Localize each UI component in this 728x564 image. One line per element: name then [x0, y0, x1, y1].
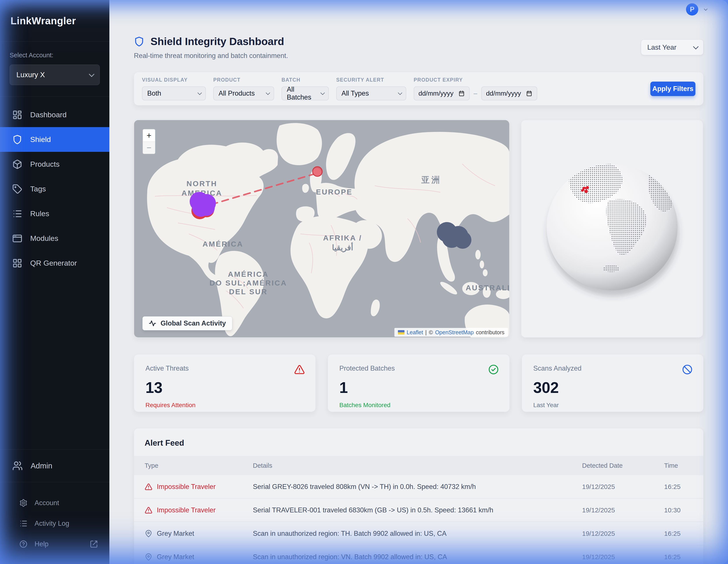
stat-value: 13: [145, 379, 304, 396]
sidebar-item-qr-generator[interactable]: QR Generator: [0, 251, 109, 275]
security-alert-select[interactable]: All Types: [336, 86, 406, 100]
stat-subtext: Last Year: [533, 402, 692, 409]
alert-table-header: Type Details Detected Date Time: [134, 456, 703, 475]
sidebar-item-help[interactable]: Help: [19, 534, 98, 554]
account-select[interactable]: Luxury X: [10, 65, 100, 85]
select-value: All Products: [219, 89, 255, 97]
expiry-from-input[interactable]: dd/mm/yyyy: [414, 86, 470, 100]
sidebar-spacer: [0, 275, 109, 449]
alert-date: 19/12/2025: [582, 506, 664, 514]
sidebar-item-modules[interactable]: Modules: [0, 226, 109, 251]
warning-icon: [294, 364, 305, 375]
sidebar-item-activity-log[interactable]: Activity Log: [19, 513, 98, 534]
shield-icon: [12, 135, 22, 145]
batch-select[interactable]: All Batches: [282, 86, 329, 100]
sidebar-item-label: Rules: [30, 209, 49, 218]
stat-subtext: Batches Monitored: [339, 402, 498, 409]
external-link-icon: [90, 540, 98, 548]
map-pin-icon: [145, 553, 152, 561]
alert-date: 19/12/2025: [582, 483, 664, 490]
filter-label: BATCH: [282, 77, 329, 83]
sidebar-item-label: Help: [35, 540, 49, 548]
map-label-south-america: DO SUL;AMÉRICA: [210, 279, 287, 287]
globe-visualization[interactable]: [521, 120, 703, 338]
alert-row: Impossible Traveler Serial GREY-8026 tra…: [134, 475, 703, 499]
alert-details: Serial GREY-8026 traveled 808km (VN -> T…: [253, 483, 582, 491]
sidebar-item-account[interactable]: Account: [19, 493, 98, 513]
global-scan-activity-toggle[interactable]: Global Scan Activity: [142, 316, 232, 330]
avatar[interactable]: P: [686, 3, 698, 16]
chevron-down-icon: [398, 91, 402, 95]
filter-label: PRODUCT EXPIRY: [414, 77, 537, 83]
time-range-select[interactable]: Last Year: [641, 39, 703, 55]
openstreetmap-link[interactable]: OpenStreetMap: [435, 329, 474, 336]
page-body: Shield Integrity Dashboard Real-time thr…: [109, 35, 728, 564]
sidebar-item-rules[interactable]: Rules: [0, 201, 109, 226]
map-label-america: AMÉRICA: [203, 240, 243, 248]
help-circle-icon: [19, 540, 28, 548]
map-label-south-america: DEL SUR: [229, 287, 268, 296]
product-select[interactable]: All Products: [213, 86, 274, 100]
chevron-down-icon[interactable]: [703, 7, 709, 13]
chevron-down-icon: [89, 71, 94, 77]
filter-label: VISUAL DISPLAY: [142, 77, 206, 83]
users-icon: [12, 461, 23, 471]
stat-subtext: Requires Attention: [145, 402, 304, 409]
map-label-asia: 亚洲: [421, 175, 441, 184]
topbar: P: [109, 0, 728, 22]
dashboard-icon: [12, 110, 22, 120]
sidebar-item-products[interactable]: Products: [0, 152, 109, 177]
stat-card-active-threats: Active Threats 13 Requires Attention: [134, 354, 316, 412]
alert-details: Serial TRAVELER-001 traveled 6830km (GB …: [253, 506, 582, 514]
list-icon: [12, 209, 22, 219]
alert-time: 10:30: [664, 506, 693, 514]
alert-type: Grey Market: [157, 530, 194, 538]
filter-product: PRODUCT All Products: [213, 77, 274, 100]
alert-date: 19/12/2025: [582, 530, 664, 537]
main-content: P Shield Integrity Dashboard Real-time t…: [109, 0, 728, 564]
account-select-value: Luxury X: [16, 71, 45, 79]
leaflet-link[interactable]: Leaflet: [407, 329, 423, 336]
sidebar-item-label: Dashboard: [30, 110, 67, 119]
visual-display-select[interactable]: Both: [142, 86, 206, 100]
copyright-symbol: ©: [429, 329, 433, 336]
expiry-to-input[interactable]: dd/mm/yyyy: [481, 86, 537, 100]
zoom-in-button[interactable]: +: [143, 129, 155, 142]
alert-time: 16:25: [664, 530, 693, 537]
scan-activity-map[interactable]: NORTH AMERICA EUROPE 亚洲 AFRIKA / أفريقيا…: [134, 120, 509, 338]
apply-filters-button[interactable]: Apply Filters: [650, 82, 695, 96]
filter-security-alert: SECURITY ALERT All Types: [336, 77, 406, 100]
select-value: All Batches: [287, 86, 316, 101]
alert-feed-title: Alert Feed: [134, 428, 703, 456]
sidebar-item-label: Admin: [31, 461, 52, 470]
sidebar-item-tags[interactable]: Tags: [0, 177, 109, 201]
account-label: Select Account:: [10, 52, 100, 59]
sidebar-item-label: Account: [35, 499, 59, 507]
map-row: NORTH AMERICA EUROPE 亚洲 AFRIKA / أفريقيا…: [134, 120, 703, 338]
map-attribution: Leaflet | © OpenStreetMap contributors: [394, 328, 508, 337]
sidebar-item-label: Products: [30, 160, 59, 168]
chevron-down-icon: [198, 91, 202, 95]
stat-value: 1: [339, 379, 498, 396]
uk-scan-marker[interactable]: [313, 167, 322, 176]
page-subtitle: Real-time threat monitoring and batch co…: [134, 52, 703, 60]
sidebar-item-admin[interactable]: Admin: [0, 449, 109, 482]
tag-icon: [12, 184, 22, 194]
column-header-details: Details: [253, 462, 582, 469]
sidebar-item-shield[interactable]: Shield: [0, 127, 109, 152]
world-map: NORTH AMERICA EUROPE 亚洲 AFRIKA / أفريقيا…: [134, 120, 509, 338]
page-title: Shield Integrity Dashboard: [151, 35, 284, 47]
zoom-out-button[interactable]: −: [143, 142, 155, 154]
stat-label: Scans Analyzed: [533, 364, 692, 372]
alert-details: Scan in unauthorized region: TH. Batch 9…: [253, 530, 582, 538]
sidebar-item-label: Modules: [30, 234, 58, 243]
shield-icon: [134, 36, 144, 47]
column-header-type: Type: [145, 462, 253, 469]
activity-icon: [149, 320, 156, 327]
sidebar-item-label: Tags: [30, 185, 46, 193]
alert-date: 19/12/2025: [582, 553, 664, 561]
map-label-africa-arabic: أفريقيا: [332, 242, 353, 252]
alert-type: Impossible Traveler: [157, 483, 216, 491]
alert-type: Grey Market: [157, 553, 194, 561]
sidebar-item-dashboard[interactable]: Dashboard: [0, 102, 109, 127]
